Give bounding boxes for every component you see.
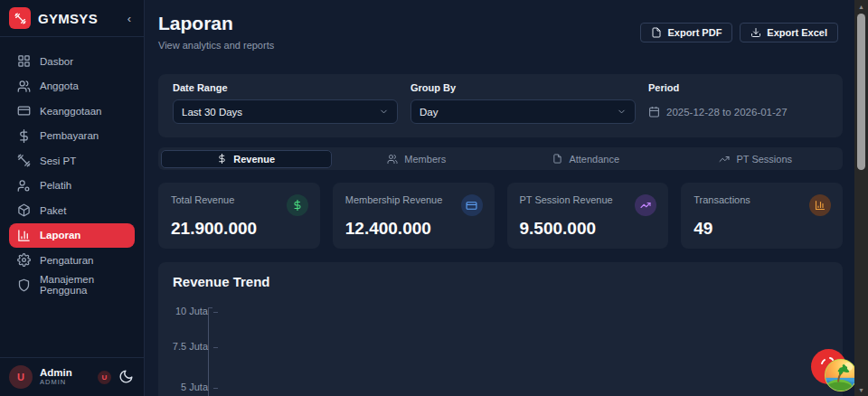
sidebar: GYMSYS ‹ Dasbor Anggota Keanggotaan Pemb… <box>0 0 145 396</box>
group-by-select[interactable]: Day <box>410 99 636 124</box>
sidebar-item-label: Sesi PT <box>40 156 76 166</box>
chevron-down-icon <box>617 107 627 117</box>
chart-title: Revenue Trend <box>173 274 270 289</box>
stat-cards: Total Revenue 21.900.000 Membership Reve… <box>158 183 843 249</box>
filter-date-range: Date Range Last 30 Days <box>173 82 398 129</box>
gear-icon <box>17 253 31 267</box>
gymsys-logo <box>9 7 31 29</box>
export-pdf-label: Export PDF <box>667 27 722 38</box>
chart-y-axis <box>208 307 209 396</box>
tab-members[interactable]: Members <box>332 150 502 168</box>
report-tabs: Revenue Members Attendance PT Sessions <box>158 147 843 170</box>
period-value: 2025-12-28 to 2026-01-27 <box>648 99 828 124</box>
dollar-icon <box>17 129 31 143</box>
shield-icon <box>17 278 31 292</box>
user-meta: Admin ADMIN <box>40 367 90 387</box>
y-tick-label: 10 Juta <box>168 306 208 316</box>
export-pdf-button[interactable]: Export PDF <box>640 23 732 42</box>
sidebar-item-label: Dasbor <box>40 56 73 67</box>
sidebar-item-label: Laporan <box>40 230 80 240</box>
file-icon <box>552 154 562 164</box>
dollar-icon <box>287 194 308 216</box>
main-content: Laporan View analytics and reports Expor… <box>146 0 854 396</box>
date-range-label: Date Range <box>173 82 398 93</box>
dark-mode-toggle[interactable] <box>118 369 135 385</box>
page-title: Laporan <box>158 13 233 34</box>
sidebar-item-anggota[interactable]: Anggota <box>0 74 144 99</box>
filter-period: Period 2025-12-28 to 2026-01-27 <box>648 82 828 129</box>
scrollbar-down-arrow[interactable]: ▼ <box>854 383 868 396</box>
brand-name: GYMSYS <box>38 11 124 26</box>
y-tick-label: 5 Juta <box>168 382 208 392</box>
sidebar-item-label: Keanggotaan <box>40 106 101 117</box>
dumbbell-icon <box>17 154 31 167</box>
tab-pt-sessions[interactable]: PT Sessions <box>671 150 841 168</box>
credit-card-icon <box>461 194 483 216</box>
sidebar-item-pengaturan[interactable]: Pengaturan <box>0 248 144 273</box>
tab-label: Members <box>404 154 446 165</box>
sidebar-user-footer: U Admin ADMIN U <box>0 357 144 396</box>
export-excel-label: Export Excel <box>767 27 827 38</box>
stat-value: 21.900.000 <box>171 219 257 239</box>
filters-panel: Date Range Last 30 Days Group By Day Per… <box>158 74 843 137</box>
trending-up-icon <box>719 154 730 165</box>
stat-pt-session-revenue: PT Session Revenue 9.500.000 <box>507 183 669 249</box>
island-extension-icon[interactable] <box>824 358 858 392</box>
credit-card-icon <box>17 104 31 118</box>
sidebar-item-dasbor[interactable]: Dasbor <box>0 49 144 74</box>
sidebar-collapse-button[interactable]: ‹ <box>124 12 135 25</box>
export-actions: Export PDF Export Excel <box>640 23 838 42</box>
date-range-select[interactable]: Last 30 Days <box>173 99 398 124</box>
sidebar-item-label: Pembayaran <box>40 130 99 141</box>
group-by-value: Day <box>420 107 617 118</box>
moon-icon <box>118 369 134 384</box>
sidebar-item-label: Paket <box>40 205 66 216</box>
bar-chart-icon <box>17 229 31 242</box>
trainer-icon <box>17 179 31 193</box>
sidebar-header: GYMSYS ‹ <box>0 0 144 37</box>
period-text: 2025-12-28 to 2026-01-27 <box>666 107 788 118</box>
sidebar-item-pelatih[interactable]: Pelatih <box>0 174 144 199</box>
filter-group-by: Group By Day <box>410 82 636 129</box>
stat-value: 12.400.000 <box>345 219 431 239</box>
page-subtitle: View analytics and reports <box>158 40 274 51</box>
group-by-label: Group By <box>410 82 636 93</box>
sidebar-item-sesi-pt[interactable]: Sesi PT <box>0 148 144 174</box>
stat-membership-revenue: Membership Revenue 12.400.000 <box>333 183 495 249</box>
stat-value: 49 <box>693 219 712 239</box>
dollar-icon <box>217 154 227 164</box>
app-window: GYMSYS ‹ Dasbor Anggota Keanggotaan Pemb… <box>0 0 868 396</box>
export-excel-button[interactable]: Export Excel <box>740 23 838 42</box>
date-range-value: Last 30 Days <box>182 107 379 118</box>
y-tick-label: 7.5 Juta <box>168 341 208 352</box>
tab-label: Attendance <box>569 154 619 165</box>
sidebar-nav: Dasbor Anggota Keanggotaan Pembayaran Se… <box>0 37 144 357</box>
stat-value: 9.500.000 <box>520 219 597 239</box>
users-icon <box>387 154 398 165</box>
package-icon <box>17 203 31 217</box>
sidebar-item-keanggotaan[interactable]: Keanggotaan <box>0 99 144 124</box>
avatar: U <box>9 365 33 389</box>
users-icon <box>17 80 31 93</box>
stat-total-revenue: Total Revenue 21.900.000 <box>158 183 320 249</box>
sidebar-item-paket[interactable]: Paket <box>0 198 144 223</box>
tab-attendance[interactable]: Attendance <box>502 150 672 168</box>
scrollbar-thumb[interactable] <box>857 14 865 170</box>
tab-revenue[interactable]: Revenue <box>161 150 333 168</box>
sidebar-item-label: Anggota <box>40 80 79 91</box>
user-role: ADMIN <box>40 379 90 387</box>
sidebar-item-laporan[interactable]: Laporan <box>9 223 135 249</box>
revenue-trend-chart: Revenue Trend 10 Juta 7.5 Juta 5 Juta <box>158 262 843 396</box>
sidebar-item-pembayaran[interactable]: Pembayaran <box>0 124 144 149</box>
dumbbell-icon <box>14 13 26 24</box>
calendar-icon <box>648 106 660 118</box>
scrollbar[interactable]: ▲ ▼ <box>854 0 868 396</box>
scrollbar-up-arrow[interactable]: ▲ <box>854 0 868 13</box>
tab-label: Revenue <box>233 154 275 165</box>
grid-icon <box>17 54 31 68</box>
trending-up-icon <box>635 194 656 216</box>
tab-label: PT Sessions <box>736 154 792 165</box>
sidebar-item-label: Manajemen Pengguna <box>40 274 144 296</box>
sidebar-item-manajemen-pengguna[interactable]: Manajemen Pengguna <box>0 273 144 298</box>
user-badge: U <box>98 371 111 384</box>
